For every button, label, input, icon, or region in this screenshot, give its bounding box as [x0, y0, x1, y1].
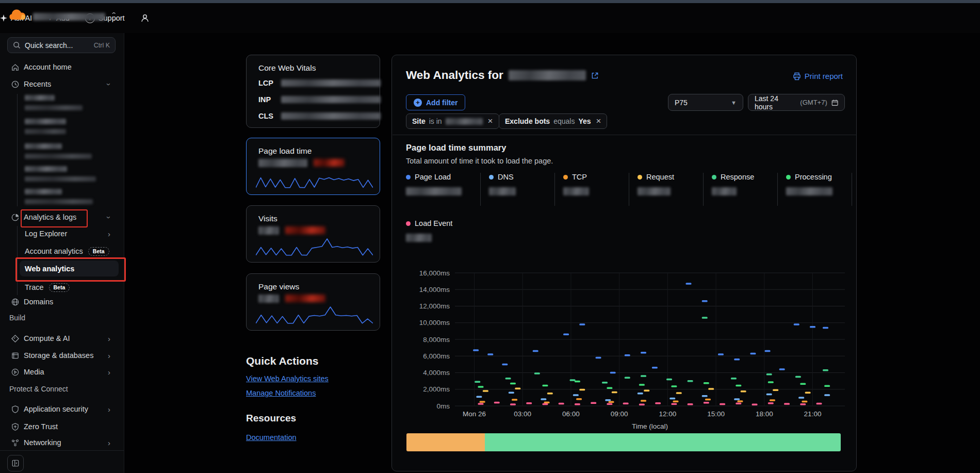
sidebar-item-compute-ai[interactable]: Compute & AI › — [0, 331, 124, 346]
redacted-legend-value — [712, 187, 737, 195]
divider — [393, 135, 857, 135]
chevron-right-icon: › — [108, 230, 110, 238]
account-switcher[interactable]: ⌃⌃ — [8, 9, 116, 24]
legend-item-response[interactable]: Response — [703, 173, 777, 206]
legend-item-tcp[interactable]: TCP — [554, 173, 629, 206]
sparkline-chart — [256, 305, 373, 325]
beta-badge: Beta — [88, 247, 109, 256]
redacted-change — [285, 226, 325, 234]
legend-dot — [638, 175, 642, 180]
sidebar-item-networking[interactable]: Networking › — [0, 435, 124, 450]
redacted-value — [258, 226, 279, 235]
add-filter-button[interactable]: + Add filter — [406, 94, 465, 110]
svg-text:0ms: 0ms — [436, 402, 450, 410]
chevron-down-icon: › — [105, 83, 113, 86]
section-label-build: Build — [9, 314, 25, 322]
percentile-dropdown[interactable]: P75 ▼ — [668, 94, 743, 111]
redacted-legend-value — [638, 187, 671, 195]
search-icon — [13, 41, 21, 49]
core-web-vitals-card[interactable]: Core Web Vitals LCP INP CLS — [246, 55, 380, 128]
svg-text:18:00: 18:00 — [756, 410, 773, 418]
redacted-filter-value — [446, 118, 483, 125]
svg-text:03:00: 03:00 — [514, 410, 531, 418]
legend-label: Request — [646, 173, 674, 181]
search-input[interactable]: Quick search... Ctrl K — [7, 37, 116, 53]
home-icon — [10, 62, 20, 72]
cloudflare-dashboard: ⌃⌃ Ask AI + Add ? Support — [0, 0, 980, 473]
svg-text:21:00: 21:00 — [804, 410, 822, 418]
legend-dot — [712, 175, 716, 180]
legend-item-request[interactable]: Request — [629, 173, 703, 206]
legend-item-load-event[interactable]: Load Event — [406, 219, 452, 242]
svg-text:14,000ms: 14,000ms — [419, 286, 450, 293]
sidebar-item-account-analytics[interactable]: Account analytics Beta — [0, 243, 124, 259]
filter-chip-site[interactable]: Site is in × — [406, 113, 499, 129]
redacted-legend-value — [786, 187, 832, 195]
svg-text:2,000ms: 2,000ms — [423, 385, 450, 393]
sidebar-item-storage-databases[interactable]: Storage & databases › — [0, 348, 124, 363]
legend-item-processing[interactable]: Processing — [777, 173, 852, 206]
legend-label: Response — [721, 173, 754, 181]
chevron-right-icon: › — [108, 351, 110, 360]
redacted-change — [285, 295, 325, 302]
sidebar-item-account-home[interactable]: Account home — [0, 59, 124, 75]
metric-label-lcp: LCP — [258, 79, 281, 87]
chevron-down-icon: › — [105, 216, 113, 219]
filter-value: Yes — [578, 117, 591, 125]
topbar: ⌃⌃ Ask AI + Add ? Support — [0, 3, 980, 33]
manage-notifications-link[interactable]: Manage Notifications — [246, 389, 316, 397]
redacted-inp-value — [281, 96, 381, 103]
user-menu-button[interactable] — [140, 13, 150, 23]
print-report-link[interactable]: Print report — [793, 72, 843, 80]
svg-text:4,000ms: 4,000ms — [423, 369, 450, 377]
sidebar-item-zero-trust[interactable]: Zero Trust — [0, 419, 124, 434]
page-views-card[interactable]: Page views — [246, 273, 380, 331]
recents-rail — [17, 94, 18, 206]
view-web-analytics-sites-link[interactable]: View Web Analytics sites — [246, 374, 329, 383]
redacted-change — [314, 159, 345, 167]
redacted-value — [258, 159, 307, 167]
sidebar-item-web-analytics[interactable]: Web analytics — [20, 260, 119, 276]
svg-text:12,000ms: 12,000ms — [419, 302, 450, 310]
svg-text:06:00: 06:00 — [562, 410, 580, 418]
sidebar: Quick search... Ctrl K Account home Rece… — [0, 33, 124, 473]
redacted-legend-value — [563, 187, 589, 195]
sidebar-item-analytics-logs[interactable]: Analytics & logs › — [0, 209, 124, 225]
search-placeholder: Quick search... — [25, 41, 90, 50]
remove-filter-icon[interactable]: × — [488, 116, 493, 126]
sidebar-item-log-explorer[interactable]: Log Explorer › — [0, 226, 124, 241]
sidebar-item-trace[interactable]: Trace Beta — [0, 280, 124, 295]
filter-chip-exclude-bots[interactable]: Exclude bots equals Yes × — [499, 113, 607, 129]
metric-label-inp: INP — [258, 95, 281, 104]
collapse-sidebar-button[interactable] — [7, 455, 24, 471]
chevron-right-icon: › — [108, 368, 110, 377]
documentation-link[interactable]: Documentation — [246, 433, 297, 442]
page-load-time-chart: 0ms2,000ms4,000ms6,000ms8,000ms10,000ms1… — [401, 260, 855, 421]
card-title: Page load time — [258, 146, 312, 156]
card-title: Core Web Vitals — [258, 63, 316, 73]
svg-text:12:00: 12:00 — [659, 410, 676, 418]
visits-card[interactable]: Visits — [246, 205, 380, 263]
redacted-lcp-value — [281, 79, 381, 87]
chevron-right-icon: › — [108, 334, 110, 343]
page-load-time-card[interactable]: Page load time — [246, 138, 380, 195]
time-range-picker[interactable]: Last 24 hours (GMT+7) — [748, 94, 845, 111]
external-link-icon[interactable] — [591, 72, 599, 79]
legend-item-page-load[interactable]: Page Load — [406, 173, 480, 206]
summary-subtitle: Total amount of time it took to load the… — [406, 157, 553, 165]
sidebar-item-media[interactable]: Media › — [0, 364, 124, 380]
sidebar-item-recents[interactable]: Recents › — [0, 76, 124, 92]
legend-item-dns[interactable]: DNS — [480, 173, 554, 206]
svg-text:15:00: 15:00 — [707, 410, 725, 418]
remove-filter-icon[interactable]: × — [596, 116, 601, 126]
sparkline-chart — [256, 170, 373, 189]
shield-icon — [10, 404, 20, 414]
play-circle-icon — [10, 367, 20, 377]
sidebar-item-domains[interactable]: Domains — [0, 294, 124, 309]
redacted-account-name — [33, 13, 105, 21]
sidebar-item-application-security[interactable]: Application security › — [0, 401, 124, 417]
section-label-protect-connect: Protect & Connect — [9, 385, 68, 393]
account-switcher-chevrons-icon: ⌃⌃ — [111, 13, 116, 20]
shield-arrow-icon — [10, 422, 20, 431]
legend-label: Load Event — [415, 219, 452, 227]
